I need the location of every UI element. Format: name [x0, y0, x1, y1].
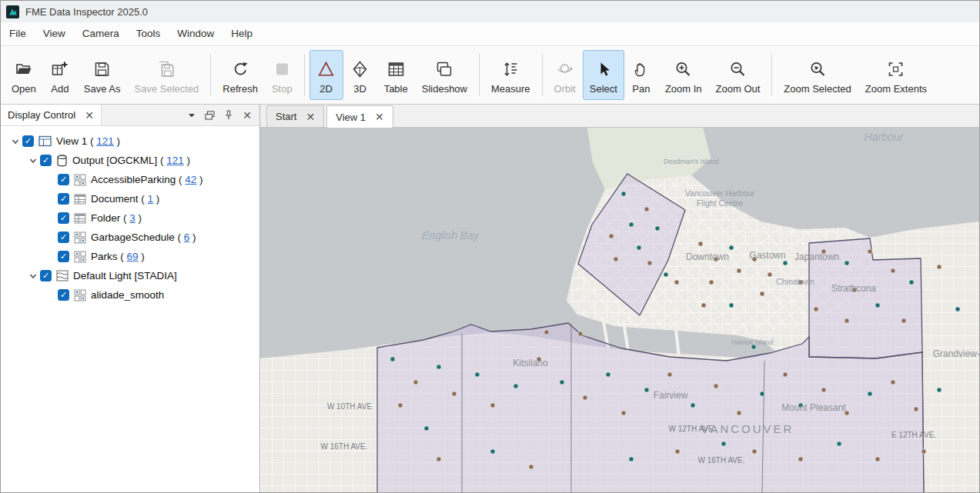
- map-data-point-brown[interactable]: [783, 372, 788, 377]
- float-panel-icon[interactable]: [200, 111, 219, 120]
- add-button[interactable]: Add: [43, 50, 77, 100]
- tree-checkbox[interactable]: ✓: [58, 251, 69, 262]
- expander-chevron-icon[interactable]: [8, 137, 22, 146]
- tree-item[interactable]: ✓View 1 ( 121 ): [1, 132, 259, 151]
- pin-icon[interactable]: [219, 110, 238, 120]
- map-data-point-brown[interactable]: [921, 449, 926, 454]
- map-data-point-brown[interactable]: [937, 265, 942, 269]
- map-data-point-brown[interactable]: [891, 380, 895, 385]
- map-data-point-brown[interactable]: [609, 234, 614, 238]
- map-data-point-teal[interactable]: [606, 372, 610, 377]
- select-button[interactable]: Select: [583, 50, 624, 100]
- map-data-point-teal[interactable]: [560, 380, 564, 385]
- menu-view[interactable]: View: [35, 22, 74, 45]
- menu-file[interactable]: File: [1, 22, 35, 45]
- map-data-point-brown[interactable]: [760, 291, 764, 296]
- map-data-point-brown[interactable]: [768, 272, 772, 277]
- menu-help[interactable]: Help: [222, 22, 261, 45]
- tree-checkbox[interactable]: ✓: [40, 270, 52, 281]
- close-icon[interactable]: ✕: [238, 110, 259, 121]
- tree-checkbox[interactable]: ✓: [58, 193, 69, 205]
- close-icon[interactable]: ✕: [85, 110, 94, 121]
- map-data-point-teal[interactable]: [629, 457, 634, 461]
- map-canvas[interactable]: HarbourDeadman's IslandVancouver Harbour…: [260, 128, 980, 493]
- map-data-point-teal[interactable]: [637, 245, 641, 250]
- map-data-point-teal[interactable]: [783, 261, 788, 265]
- zoom-out-button[interactable]: Zoom Out: [709, 50, 768, 100]
- map-data-point-brown[interactable]: [709, 280, 714, 285]
- map-data-point-brown[interactable]: [674, 280, 679, 285]
- map-data-point-teal[interactable]: [621, 192, 626, 196]
- tree-checkbox[interactable]: ✓: [58, 212, 69, 224]
- map-data-point-brown[interactable]: [452, 391, 457, 396]
- map-data-point-brown[interactable]: [490, 403, 495, 408]
- map-data-point-teal[interactable]: [721, 441, 726, 446]
- display-control-tab[interactable]: Display Control ✕: [1, 105, 102, 125]
- tree-item-count[interactable]: 42: [185, 174, 196, 185]
- tree-item[interactable]: ✓GarbageSchedule ( 6 ): [1, 228, 259, 247]
- map-data-point-brown[interactable]: [914, 407, 918, 411]
- chevron-down-icon[interactable]: [183, 112, 200, 118]
- map-data-point-teal[interactable]: [390, 357, 395, 361]
- map-data-point-brown[interactable]: [821, 388, 826, 392]
- map-data-point-brown[interactable]: [436, 457, 441, 461]
- map-data-point-brown[interactable]: [529, 465, 533, 469]
- tree-item[interactable]: ✓Folder ( 3 ): [1, 208, 259, 228]
- map-data-point-brown[interactable]: [621, 411, 626, 415]
- map-data-point-brown[interactable]: [398, 403, 403, 408]
- map-data-point-teal[interactable]: [875, 303, 880, 308]
- map-data-point-teal[interactable]: [837, 441, 841, 446]
- map-data-point-teal[interactable]: [664, 272, 668, 277]
- tree-item[interactable]: ✓Default Light [STADIA]: [1, 266, 259, 285]
- tree-item[interactable]: ✓Parks ( 69 ): [1, 247, 259, 266]
- stop-button[interactable]: Stop: [265, 50, 299, 100]
- map-data-point-teal[interactable]: [909, 280, 914, 285]
- tree-item-count[interactable]: 1: [148, 193, 154, 205]
- map-data-point-teal[interactable]: [644, 388, 649, 392]
- map-data-point-teal[interactable]: [868, 391, 872, 396]
- map-data-point-teal[interactable]: [629, 222, 634, 227]
- open-button[interactable]: Open: [5, 50, 43, 100]
- tree-checkbox[interactable]: ✓: [22, 135, 34, 147]
- zoom-extents-button[interactable]: Zoom Extents: [858, 50, 934, 100]
- map-data-point-teal[interactable]: [729, 245, 734, 250]
- pan-button[interactable]: Pan: [624, 50, 658, 100]
- map-data-point-teal[interactable]: [513, 384, 518, 388]
- save-as-button[interactable]: Save As: [77, 50, 128, 100]
- tree-item[interactable]: ✓AccessibleParking ( 42 ): [1, 170, 259, 189]
- zoom-in-button[interactable]: Zoom In: [658, 50, 709, 100]
- expander-chevron-icon[interactable]: [26, 271, 39, 281]
- menu-window[interactable]: Window: [169, 22, 222, 45]
- tree-checkbox[interactable]: ✓: [58, 232, 69, 243]
- map-data-point-teal[interactable]: [955, 307, 960, 311]
- expander-chevron-icon[interactable]: [26, 156, 39, 165]
- map-data-point-brown[interactable]: [901, 318, 906, 323]
- map-data-point-brown[interactable]: [798, 457, 803, 461]
- tab-view-1[interactable]: View 1 ✕: [326, 105, 393, 128]
- map-data-point-brown[interactable]: [667, 372, 672, 377]
- tree-item[interactable]: ✓alidade_smooth: [1, 285, 259, 305]
- close-icon[interactable]: ✕: [306, 111, 315, 123]
- tree-checkbox[interactable]: ✓: [58, 289, 69, 301]
- tree-checkbox[interactable]: ✓: [58, 174, 69, 185]
- map-data-point-brown[interactable]: [737, 268, 741, 273]
- map-data-point-brown[interactable]: [644, 207, 649, 212]
- slideshow-button[interactable]: Slideshow: [415, 50, 474, 100]
- map-data-point-brown[interactable]: [875, 457, 880, 461]
- close-icon[interactable]: ✕: [375, 111, 384, 123]
- 2d-view-button[interactable]: 2D: [309, 50, 343, 100]
- 3d-view-button[interactable]: 3D: [343, 50, 377, 100]
- map-data-point-teal[interactable]: [729, 303, 734, 308]
- map-data-point-teal[interactable]: [436, 365, 441, 369]
- map-data-point-brown[interactable]: [614, 257, 618, 261]
- zoom-selected-button[interactable]: Zoom Selected: [777, 50, 858, 100]
- map-data-point-brown[interactable]: [698, 242, 703, 246]
- tree-item[interactable]: ✓Output [OGCKML] ( 121 ): [1, 151, 259, 170]
- map-data-point-brown[interactable]: [845, 318, 849, 323]
- table-view-button[interactable]: Table: [377, 50, 415, 100]
- map-data-point-brown[interactable]: [675, 449, 680, 454]
- tab-start[interactable]: Start ✕: [266, 105, 324, 127]
- save-selected-button[interactable]: Save Selected: [128, 50, 206, 100]
- map-data-point-teal[interactable]: [655, 226, 660, 231]
- refresh-button[interactable]: Refresh: [216, 50, 265, 100]
